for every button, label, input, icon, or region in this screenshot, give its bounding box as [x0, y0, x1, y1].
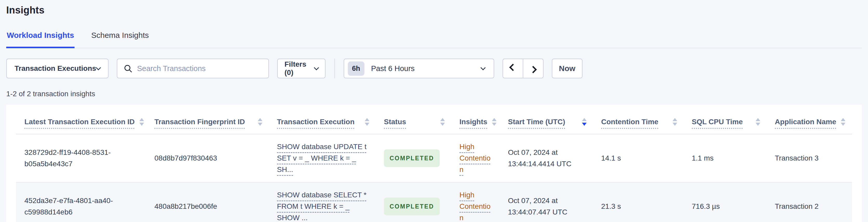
insight-type-select-label: Transaction Executions — [14, 64, 96, 73]
column-header: Latest Transaction Execution ID — [16, 113, 154, 134]
cell-application-name: Transaction 3 — [775, 146, 852, 171]
sort-up-arrow — [258, 118, 262, 121]
sort-icon[interactable] — [365, 118, 369, 126]
cell-application-name: Transaction 2 — [775, 194, 852, 219]
sort-icon[interactable] — [258, 118, 262, 126]
toolbar-divider — [334, 59, 335, 78]
table-row[interactable]: 452da3e7-e7fa-4801-aa40-c59988d14eb6 480… — [16, 183, 852, 222]
status-badge: COMPLETED — [384, 149, 440, 167]
cell-latest-execution-id: 328729d2-ff19-4408-8531-b05a5b4e43c7 — [16, 140, 154, 177]
sort-down-arrow — [140, 123, 144, 126]
cell-start-time: Oct 07, 2024 at 13:44:14.4414 UTC — [508, 140, 601, 177]
insights-table-card: Latest Transaction Execution ID Transact… — [6, 105, 862, 222]
filters-button[interactable]: Filters (0) — [277, 59, 326, 78]
time-range-picker[interactable]: 6h Past 6 Hours — [344, 59, 494, 78]
search-box[interactable] — [117, 59, 269, 78]
sort-up-arrow — [841, 118, 845, 121]
sort-icon[interactable] — [492, 118, 497, 126]
now-button-label: Now — [559, 64, 575, 73]
column-header-label[interactable]: Status — [384, 117, 406, 127]
sort-icon[interactable] — [140, 118, 144, 126]
search-input[interactable] — [137, 64, 262, 73]
sort-down-arrow — [582, 123, 587, 126]
table-body: 328729d2-ff19-4408-8531-b05a5b4e43c7 08d… — [16, 134, 852, 222]
sort-up-arrow — [582, 118, 587, 121]
column-header: Insights — [459, 113, 508, 134]
cell-fingerprint-id: 480a8b217be006fe — [154, 194, 277, 219]
transaction-execution-link[interactable]: SHOW database UPDATE t SET v = _ WHERE k… — [277, 142, 367, 173]
tab-workload-insights[interactable]: Workload Insights — [6, 31, 74, 48]
sort-down-arrow — [365, 123, 369, 126]
status-badge: COMPLETED — [384, 198, 440, 215]
insight-link[interactable]: High Contention — [459, 142, 491, 173]
cell-sql-cpu-time: 1.1 ms — [692, 146, 775, 171]
sort-up-arrow — [440, 118, 445, 121]
column-header: Transaction Execution — [277, 113, 384, 134]
sort-up-arrow — [140, 118, 144, 121]
column-header-label[interactable]: Contention Time — [601, 117, 658, 127]
sort-icon[interactable] — [673, 118, 677, 126]
sort-up-arrow — [365, 118, 369, 121]
chevron-down-icon — [96, 65, 101, 70]
column-header-label[interactable]: Latest Transaction Execution ID — [24, 117, 135, 127]
column-header-label[interactable]: Start Time (UTC) — [508, 117, 565, 127]
cell-contention-time: 21.3 s — [601, 194, 692, 219]
page-title: Insights — [6, 4, 862, 16]
time-range-pager — [502, 59, 544, 78]
sort-up-arrow — [673, 118, 677, 121]
column-header-label[interactable]: Transaction Execution — [277, 117, 354, 127]
chevron-down-icon — [314, 65, 319, 70]
cell-contention-time: 14.1 s — [601, 146, 692, 171]
tab-schema-insights[interactable]: Schema Insights — [91, 31, 149, 48]
column-header: SQL CPU Time — [692, 113, 775, 134]
time-range-label: Past 6 Hours — [371, 64, 474, 73]
sort-up-arrow — [492, 118, 497, 121]
insight-link[interactable]: High Contention — [459, 191, 491, 222]
column-header-label[interactable]: Transaction Fingerprint ID — [154, 117, 245, 127]
transaction-execution-link[interactable]: SHOW database SELECT * FROM t WHERE k = … — [277, 191, 367, 222]
cell-sql-cpu-time: 716.3 µs — [692, 194, 775, 219]
table-row[interactable]: 328729d2-ff19-4408-8531-b05a5b4e43c7 08d… — [16, 134, 852, 183]
sort-down-arrow — [673, 123, 677, 126]
sort-down-arrow — [440, 123, 445, 126]
column-header: Transaction Fingerprint ID — [154, 113, 277, 134]
table-header-row: Latest Transaction Execution ID Transact… — [16, 105, 852, 134]
sort-down-arrow — [492, 123, 497, 126]
column-header: Start Time (UTC) — [508, 113, 601, 134]
sort-up-arrow — [755, 118, 760, 121]
sort-down-arrow — [258, 123, 262, 126]
chevron-left-icon — [509, 64, 517, 71]
now-button[interactable]: Now — [552, 59, 583, 78]
chevron-right-icon — [529, 66, 537, 73]
cell-latest-execution-id: 452da3e7-e7fa-4801-aa40-c59988d14eb6 — [16, 188, 154, 222]
results-summary: 1-2 of 2 transaction insights — [6, 90, 862, 98]
column-header: Contention Time — [601, 113, 692, 134]
time-range-next-button[interactable] — [523, 59, 544, 78]
column-header: Status — [384, 113, 459, 134]
sort-icon[interactable] — [841, 118, 845, 126]
column-header-label[interactable]: SQL CPU Time — [692, 117, 743, 127]
sort-icon[interactable] — [582, 118, 587, 126]
chevron-down-icon — [480, 65, 486, 70]
time-range-badge: 6h — [348, 61, 365, 76]
column-header: Application Name — [775, 113, 860, 134]
filters-button-label: Filters (0) — [284, 60, 315, 77]
time-range-prev-button[interactable] — [502, 59, 523, 78]
insights-page: Insights Workload InsightsSchema Insight… — [0, 0, 868, 222]
search-icon — [124, 64, 132, 73]
insight-type-select[interactable]: Transaction Executions — [6, 59, 108, 78]
sort-icon[interactable] — [440, 118, 445, 126]
cell-fingerprint-id: 08d8b7d97f830463 — [154, 146, 277, 171]
column-header-label[interactable]: Insights — [459, 117, 487, 127]
cell-start-time: Oct 07, 2024 at 13:44:07.447 UTC — [508, 188, 601, 222]
column-header-label[interactable]: Application Name — [775, 117, 836, 127]
toolbar: Transaction Executions Filters (0) 6h Pa… — [6, 59, 862, 78]
sort-down-arrow — [755, 123, 760, 126]
sort-down-arrow — [841, 123, 845, 126]
sort-icon[interactable] — [755, 118, 760, 126]
insights-tabs: Workload InsightsSchema Insights — [6, 31, 862, 48]
